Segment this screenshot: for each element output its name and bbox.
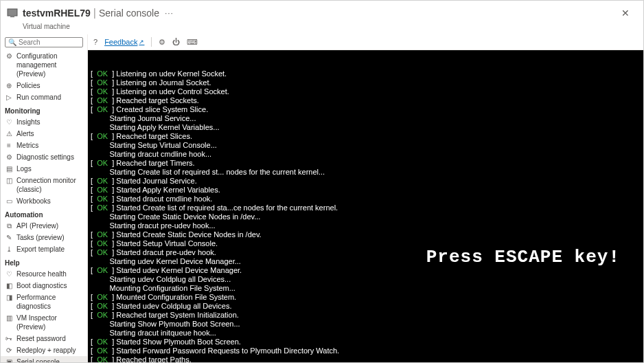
nav-icon: ▷ — [5, 93, 13, 101]
external-link-icon: ↗ — [139, 38, 144, 45]
console-line: [ OK ] Started Journal Service. — [91, 177, 641, 186]
help-icon[interactable]: ? — [93, 38, 97, 46]
ok-status: OK — [97, 87, 108, 96]
nav-icon: ◨ — [5, 293, 13, 301]
ok-status: OK — [97, 177, 108, 185]
nav-label: Serial console — [16, 358, 60, 362]
search-box[interactable]: 🔍 — [5, 37, 83, 47]
ok-status: OK — [97, 355, 108, 362]
console-line: Starting udev Coldplug all Devices... — [91, 275, 641, 284]
sidebar-item[interactable]: ▭Workbooks — [1, 195, 87, 207]
console-line: [ OK ] Started Forward Password Requests… — [91, 346, 641, 355]
escape-overlay: Press ESCAPE key! — [426, 253, 620, 262]
nav-icon: ≡ — [5, 141, 13, 149]
section-help: Help — [1, 255, 87, 268]
console-line: [ OK ] Created slice System Slice. — [91, 105, 641, 114]
sidebar-item[interactable]: ⧉API (Preview) — [1, 220, 87, 232]
nav-label: API (Preview) — [16, 221, 58, 230]
nav-label: Boot diagnostics — [16, 281, 67, 290]
toolbar: ? Feedback ↗ ⚙ ⏻ ⌨ — [88, 34, 643, 50]
sidebar-item[interactable]: ◧Boot diagnostics — [1, 280, 87, 292]
sidebar-item[interactable]: ◨Performance diagnostics — [1, 292, 87, 312]
restart-icon[interactable]: ⏻ — [172, 38, 180, 46]
console-line: [ OK ] Started Apply Kernel Variables. — [91, 186, 641, 195]
main-area: 🔍 ⚙Configuration management (Preview)⊕Po… — [1, 34, 643, 362]
ok-status: OK — [97, 204, 108, 212]
nav-label: Logs — [16, 164, 32, 173]
nav-icon: ▥ — [5, 314, 13, 322]
more-menu[interactable]: ··· — [165, 8, 174, 18]
sidebar-item[interactable]: ⚙Configuration management (Preview) — [1, 50, 87, 80]
nav-icon: ♡ — [5, 118, 13, 126]
sidebar: 🔍 ⚙Configuration management (Preview)⊕Po… — [1, 34, 88, 362]
console-line: [ OK ] Reached target Timers. — [91, 159, 641, 168]
keyboard-icon[interactable]: ⌨ — [187, 38, 198, 47]
sidebar-item[interactable]: 🗝Reset password — [1, 333, 87, 344]
nav-label: Metrics — [16, 141, 38, 150]
sidebar-item[interactable]: ♡Insights — [1, 116, 87, 128]
console-line: [ OK ] Started Show Plymouth Boot Screen… — [91, 338, 641, 346]
console-line: Starting Setup Virtual Console... — [91, 141, 641, 150]
ok-status: OK — [97, 230, 108, 239]
sidebar-item[interactable]: ▷Run command — [1, 91, 87, 103]
console-line: Starting dracut initqueue hook... — [91, 329, 641, 338]
page-header: testvmRHEL79 | Serial console ··· ✕ — [1, 1, 643, 23]
sidebar-item[interactable]: ⟳Redeploy + reapply — [1, 344, 87, 356]
nav-label: Configuration management (Preview) — [16, 52, 83, 78]
toolbar-divider — [151, 37, 152, 47]
nav-icon: ▭ — [5, 197, 13, 205]
serial-console[interactable]: [ OK ] Listening on udev Kernel Socket.[… — [88, 50, 643, 362]
nav-icon: ▤ — [5, 164, 13, 173]
console-line: Starting dracut cmdline hook... — [91, 150, 641, 159]
search-input[interactable] — [19, 38, 80, 46]
ok-status: OK — [97, 132, 108, 140]
sidebar-item[interactable]: ≡Metrics — [1, 140, 87, 151]
nav-label: Redeploy + reapply — [16, 346, 76, 355]
sidebar-item[interactable]: ▣Serial console — [1, 356, 87, 362]
ok-status: OK — [97, 266, 108, 274]
nav-icon: ▣ — [5, 358, 13, 362]
sidebar-item[interactable]: ◫Connection monitor (classic) — [1, 175, 87, 195]
nav-label: Connection monitor (classic) — [16, 176, 83, 194]
close-button[interactable]: ✕ — [616, 5, 635, 21]
sidebar-item[interactable]: ⤓Export template — [1, 243, 87, 255]
console-line: [ OK ] Reached target Paths. — [91, 355, 641, 362]
nav-label: VM Inspector (Preview) — [16, 314, 83, 331]
ok-status: OK — [97, 248, 108, 256]
content-pane: ? Feedback ↗ ⚙ ⏻ ⌨ [ OK ] Listening on u… — [88, 34, 643, 362]
svg-rect-0 — [8, 9, 17, 16]
resource-type: Virtual machine — [1, 23, 643, 34]
nav-icon: ✎ — [5, 233, 13, 241]
ok-status: OK — [97, 96, 108, 104]
svg-rect-1 — [10, 16, 14, 17]
console-line: [ OK ] Reached target Slices. — [91, 132, 641, 141]
sidebar-item[interactable]: ⊕Policies — [1, 80, 87, 91]
feedback-link[interactable]: Feedback ↗ — [104, 38, 144, 46]
ok-status: OK — [97, 293, 108, 301]
ok-status: OK — [97, 338, 108, 346]
page-title: Serial console — [99, 8, 159, 19]
console-line: Mounting Configuration File System... — [91, 284, 641, 293]
ok-status: OK — [97, 346, 108, 355]
sidebar-item[interactable]: ⚠Alerts — [1, 128, 87, 140]
console-line: [ OK ] Listening on udev Kernel Socket. — [91, 69, 641, 78]
sidebar-item[interactable]: ✎Tasks (preview) — [1, 232, 87, 243]
nav-label: Tasks (preview) — [16, 233, 64, 242]
nav-icon: ◫ — [5, 176, 13, 184]
sidebar-item[interactable]: ▤Logs — [1, 163, 87, 175]
sidebar-item[interactable]: ▥VM Inspector (Preview) — [1, 312, 87, 333]
nav-icon: ◧ — [5, 281, 13, 289]
console-line: [ OK ] Started udev Coldplug all Devices… — [91, 302, 641, 311]
settings-icon[interactable]: ⚙ — [159, 38, 165, 47]
sidebar-item[interactable]: ♡Resource health — [1, 268, 87, 280]
nav-label: Alerts — [16, 129, 34, 138]
console-line: [ OK ] Reached target System Initializat… — [91, 311, 641, 320]
sidebar-item[interactable]: ⚙Diagnostic settings — [1, 151, 87, 163]
nav-label: Performance diagnostics — [16, 293, 83, 311]
console-line: [ OK ] Mounted Configuration File System… — [91, 293, 641, 302]
console-line: Starting Journal Service... — [91, 114, 641, 123]
section-monitoring: Monitoring — [1, 103, 87, 116]
nav-label: Resource health — [16, 270, 67, 278]
nav-icon: 🗝 — [5, 334, 13, 342]
nav-icon: ⟳ — [5, 346, 13, 354]
